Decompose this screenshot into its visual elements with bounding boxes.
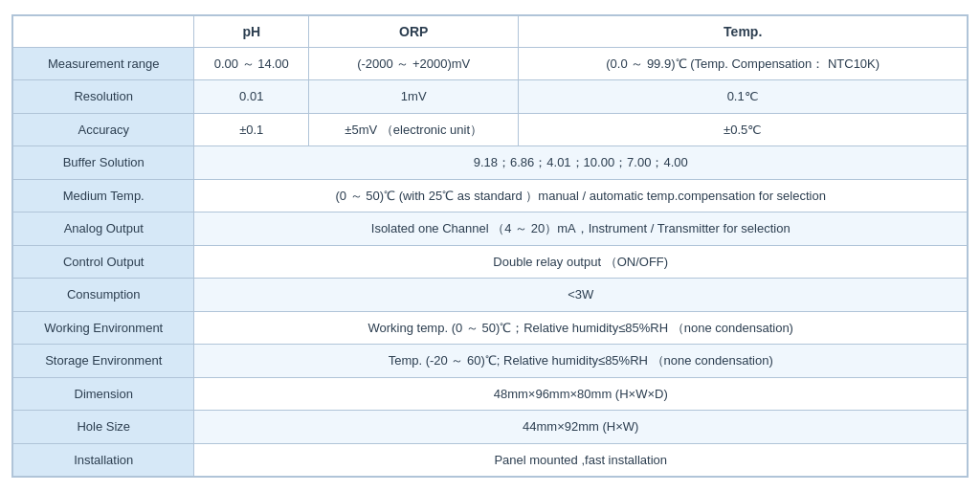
table-row: Resolution0.011mV0.1℃ bbox=[13, 80, 968, 114]
row-cell: (0.0 ～ 99.9)℃ (Temp. Compensation： NTC10… bbox=[519, 47, 968, 80]
row-cell: 0.01 bbox=[194, 80, 309, 114]
row-cell: 1mV bbox=[309, 80, 519, 114]
row-label: Hole Size bbox=[13, 411, 194, 444]
spec-table: pH ORP Temp. Measurement range0.00 ～ 14.… bbox=[12, 15, 968, 478]
row-label: Installation bbox=[13, 443, 194, 477]
row-value-span: <3W bbox=[194, 279, 968, 312]
table-row: Working EnvironmentWorking temp. (0 ～ 50… bbox=[13, 311, 968, 345]
table-row: Consumption<3W bbox=[13, 279, 968, 312]
row-label: Storage Environment bbox=[13, 345, 194, 378]
table-row: Medium Temp.(0 ～ 50)℃ (with 25℃ as stand… bbox=[13, 179, 968, 212]
row-value-span: Isolated one Channel （4 ～ 20）mA，Instrume… bbox=[194, 212, 968, 246]
row-value-span: (0 ～ 50)℃ (with 25℃ as standard ）manual … bbox=[194, 179, 968, 212]
row-label: Medium Temp. bbox=[13, 179, 194, 212]
table-row: InstallationPanel mounted ,fast installa… bbox=[13, 443, 968, 477]
table-row: Storage EnvironmentTemp. (-20 ～ 60)℃; Re… bbox=[13, 345, 968, 378]
row-label: Analog Output bbox=[13, 212, 194, 246]
table-row: Hole Size44mm×92mm (H×W) bbox=[13, 411, 968, 444]
row-label: Measurement range bbox=[13, 47, 194, 80]
table-row: Accuracy±0.1±5mV （electronic unit）±0.5℃ bbox=[13, 113, 968, 146]
row-value-span: Temp. (-20 ～ 60)℃; Relative humidity≤85%… bbox=[194, 345, 968, 378]
table-row: Measurement range0.00 ～ 14.00(-2000 ～ +2… bbox=[13, 47, 968, 80]
table-row: Control OutputDouble relay output （ON/OF… bbox=[13, 245, 968, 279]
header-ph: pH bbox=[194, 15, 309, 47]
row-cell: 0.1℃ bbox=[519, 80, 968, 114]
row-label: Dimension bbox=[13, 377, 194, 411]
row-cell: ±0.5℃ bbox=[519, 113, 968, 146]
table-row: Buffer Solution9.18；6.86；4.01；10.00；7.00… bbox=[13, 146, 968, 180]
row-label: Control Output bbox=[13, 245, 194, 279]
table-header-row: pH ORP Temp. bbox=[13, 15, 968, 47]
table-body: Measurement range0.00 ～ 14.00(-2000 ～ +2… bbox=[13, 47, 968, 477]
table-row: Dimension48mm×96mm×80mm (H×W×D) bbox=[13, 377, 968, 411]
row-value-span: Panel mounted ,fast installation bbox=[194, 443, 968, 477]
row-label: Accuracy bbox=[13, 113, 194, 146]
row-value-span: 9.18；6.86；4.01；10.00；7.00；4.00 bbox=[194, 146, 968, 180]
row-label: Buffer Solution bbox=[13, 146, 194, 180]
row-value-span: 48mm×96mm×80mm (H×W×D) bbox=[194, 377, 968, 411]
row-value-span: 44mm×92mm (H×W) bbox=[194, 411, 968, 444]
row-cell: 0.00 ～ 14.00 bbox=[194, 47, 309, 80]
table-row: Analog OutputIsolated one Channel （4 ～ 2… bbox=[13, 212, 968, 246]
row-cell: ±0.1 bbox=[194, 113, 309, 146]
spec-table-wrapper: pH ORP Temp. Measurement range0.00 ～ 14.… bbox=[11, 14, 969, 479]
row-cell: ±5mV （electronic unit） bbox=[309, 113, 519, 146]
row-label: Consumption bbox=[13, 279, 194, 312]
header-orp: ORP bbox=[309, 15, 519, 47]
header-temp: Temp. bbox=[519, 15, 968, 47]
row-label: Resolution bbox=[13, 80, 194, 114]
row-label: Working Environment bbox=[13, 311, 194, 345]
row-cell: (-2000 ～ +2000)mV bbox=[309, 47, 519, 80]
row-value-span: Working temp. (0 ～ 50)℃；Relative humidit… bbox=[194, 311, 968, 345]
row-value-span: Double relay output （ON/OFF) bbox=[194, 245, 968, 279]
header-empty bbox=[13, 15, 194, 47]
